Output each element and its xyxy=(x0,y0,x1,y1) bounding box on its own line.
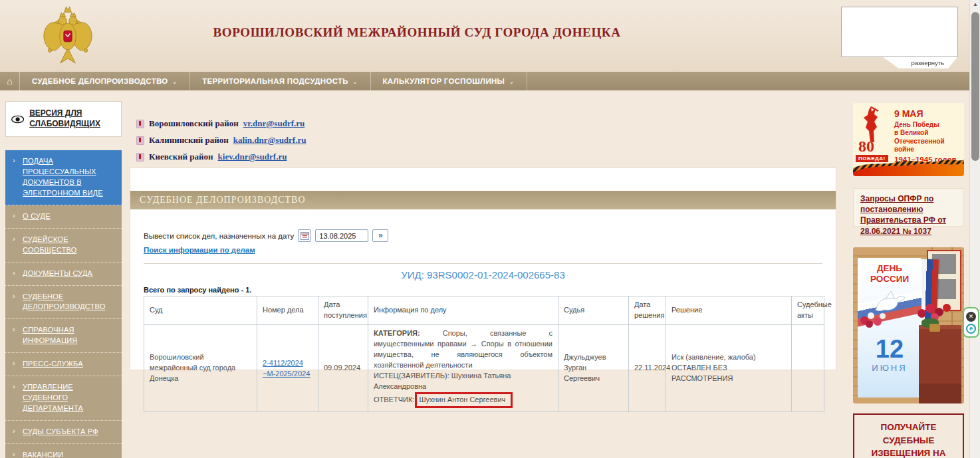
scroll-up-icon[interactable]: ▲ xyxy=(970,1,980,7)
table-row: Ворошиловский межрайонный суд города Дон… xyxy=(144,324,824,412)
case-proceedings-panel: СУДЕБНОЕ ДЕЛОПРОИЗВОДСТВО Вывести список… xyxy=(130,168,836,370)
nav-item-territorial-jurisdiction[interactable]: ТЕРРИТОРИАЛЬНАЯ ПОДСУДНОСТЬ ⌄ xyxy=(190,72,370,90)
cases-table: Суд Номер дела Дата поступления Информац… xyxy=(144,296,824,412)
case-number-cell: 2-4112/2024 ~М-2025/2024 xyxy=(257,324,318,412)
badge-80: 80 xyxy=(858,138,874,156)
col-acts: Судебные акты xyxy=(792,296,824,325)
sidebar-item-case-proceedings[interactable]: › СУДЕБНОЕ ДЕЛОПРОИЗВОДСТВО xyxy=(5,286,122,320)
sidebar-item-subject-courts[interactable]: › СУДЫ СУБЪЕКТА РФ xyxy=(5,421,122,444)
contact-row: Киевский район kiev.dnr@sudrf.ru xyxy=(136,152,306,162)
podium xyxy=(919,325,961,403)
decision-date-cell: 22.11.2024 xyxy=(629,324,666,412)
extension-widget: ✕ е xyxy=(963,307,979,338)
chevron-down-icon: ⌄ xyxy=(509,78,515,85)
district-contacts: Ворошиловский район vr.dnr@sudrf.ru Кали… xyxy=(136,118,306,168)
date-input[interactable] xyxy=(315,229,368,242)
sidebar-arrow-icon: › xyxy=(13,269,15,277)
info-box xyxy=(841,7,958,57)
email-link[interactable]: kalin.dnr@sudrf.ru xyxy=(233,135,306,146)
close-icon[interactable]: ✕ xyxy=(966,312,976,322)
date-received-cell: 09.09.2024 xyxy=(318,324,368,412)
case-number-link[interactable]: 2-4112/2024 ~М-2025/2024 xyxy=(263,358,312,380)
email-link[interactable]: vr.dnr@sudrf.ru xyxy=(243,118,305,129)
calendar-button[interactable] xyxy=(298,229,311,242)
eye-icon xyxy=(11,114,24,125)
sidebar-arrow-icon: › xyxy=(13,450,15,458)
sidebar-item-judicial-department[interactable]: › УПРАВЛЕНИЕ СУДЕБНОГО ДЕПАРТАМЕНТА xyxy=(5,376,122,421)
district-label: Киевский район xyxy=(149,152,213,162)
case-info-cell: КАТЕГОРИЯ: Споры, связанные с имуществен… xyxy=(368,324,558,412)
mail-icon xyxy=(136,136,144,145)
col-court: Суд xyxy=(144,296,257,325)
nav-item-case-proceedings[interactable]: СУДЕБНОЕ ДЕЛОПРОИЗВОДСТВО ⌄ xyxy=(20,72,190,90)
flowers-decoration xyxy=(859,310,890,332)
sidebar-item-reference-info[interactable]: › СПРАВОЧНАЯ ИНФОРМАЦИЯ xyxy=(5,319,122,353)
bouquet-decoration xyxy=(914,300,960,332)
judge-cell: Джульджуев Зурган Сергеевич xyxy=(558,324,629,412)
col-case-info: Информация по делу xyxy=(368,296,558,325)
sidebar-arrow-icon: › xyxy=(13,325,15,333)
acts-cell xyxy=(792,324,824,412)
decision-cell: Иск (заявление, жалоба) ОСТАВЛЕН БЕЗ РАС… xyxy=(666,324,792,412)
opfr-requests-link[interactable]: Запросы ОПФР по постановлению Правительс… xyxy=(853,188,964,227)
russia-day-photo: ДЕНЬРОССИИ 12 ИЮНЯ xyxy=(853,247,964,403)
sidebar-arrow-icon: › xyxy=(13,382,15,390)
page: ВОРОШИЛОВСКИЙ МЕЖРАЙОННЫЙ СУД ГОРОДА ДОН… xyxy=(0,0,980,458)
page-scrollbar[interactable]: ▲ xyxy=(969,0,980,458)
contact-row: Ворошиловский район vr.dnr@sudrf.ru xyxy=(136,118,306,129)
main-nav: ⌂ СУДЕБНОЕ ДЕЛОПРОИЗВОДСТВО ⌄ ТЕРРИТОРИА… xyxy=(0,72,980,90)
sidebar-arrow-icon: › xyxy=(13,235,15,243)
chevron-down-icon: ⌄ xyxy=(352,78,358,85)
nav-item-fee-calculator[interactable]: КАЛЬКУЛЯТОР ГОСПОШЛИНЫ ⌄ xyxy=(371,72,527,90)
uid-value: УИД: 93RS0002-01-2024-002665-83 xyxy=(144,269,822,281)
russia-day-banner: ДЕНЬРОССИИ 12 ИЮНЯ xyxy=(858,258,921,398)
col-decision: Решение xyxy=(666,296,792,325)
extension-icon[interactable]: е xyxy=(966,324,976,334)
st-george-ribbon-icon xyxy=(853,156,964,176)
court-cell: Ворошиловский межрайонный суд города Дон… xyxy=(144,324,257,412)
district-label: Ворошиловский район xyxy=(149,118,239,129)
accessibility-version-button[interactable]: ВЕРСИЯ ДЛЯ СЛАБОВИДЯЩИХ xyxy=(5,101,122,137)
table-header-row: Суд Номер дела Дата поступления Информац… xyxy=(144,296,824,325)
expand-button[interactable]: развернуть xyxy=(883,57,957,68)
date-filter-label: Вывести список дел, назначенных на дату xyxy=(144,232,294,240)
header: ВОРОШИЛОВСКИЙ МЕЖРАЙОННЫЙ СУД ГОРОДА ДОН… xyxy=(0,0,980,72)
email-link[interactable]: kiev.dnr@sudrf.ru xyxy=(218,152,287,162)
highlighted-defendant-name: Шухнин Антон Сергеевич xyxy=(415,392,513,409)
divider xyxy=(144,263,822,264)
sidebar-item-vacancies[interactable]: › ВАКАНСИИ xyxy=(5,444,122,458)
go-button[interactable]: » xyxy=(372,229,388,242)
sidebar-item-judicial-community[interactable]: › СУДЕЙСКОЕ СООБЩЕСТВО xyxy=(5,229,122,263)
sidebar-item-press-service[interactable]: › ПРЕСС-СЛУЖБА xyxy=(5,353,122,376)
victory-day-banner[interactable]: 80 ПОБЕДА! 9 МАЯ День Победы в Великой О… xyxy=(853,103,964,176)
contact-row: Калининский район kalin.dnr@sudrf.ru xyxy=(136,135,306,146)
sidebar-item-about-court[interactable]: › О СУДЕ xyxy=(5,205,122,229)
sidebar-item-e-filing[interactable]: › ПОДАЧА ПРОЦЕССУАЛЬНЫХ ДОКУМЕНТОВ В ЭЛЕ… xyxy=(5,150,122,205)
sidebar-arrow-icon: › xyxy=(13,211,15,219)
col-judge: Судья xyxy=(558,296,629,325)
sidebar-menu: › ПОДАЧА ПРОЦЕССУАЛЬНЫХ ДОКУМЕНТОВ В ЭЛЕ… xyxy=(5,150,122,458)
day-number: 12 xyxy=(858,336,921,362)
sidebar-arrow-icon: › xyxy=(13,359,15,367)
district-label: Калининский район xyxy=(149,135,229,146)
case-search-link[interactable]: Поиск информации по делам xyxy=(144,246,255,254)
mail-icon xyxy=(136,153,144,162)
sidebar-arrow-icon: › xyxy=(13,292,15,300)
gosuslugi-notice[interactable]: ПОЛУЧАЙТЕ СУДЕБНЫЕ ИЗВЕЩЕНИЯ НА ПОРТАЛЕ … xyxy=(853,413,964,458)
col-case-number: Номер дела xyxy=(257,296,318,325)
page-title: ВОРОШИЛОВСКИЙ МЕЖРАЙОННЫЙ СУД ГОРОДА ДОН… xyxy=(0,25,834,40)
results-count: Всего по запросу найдено - 1. xyxy=(144,286,822,294)
calendar-icon xyxy=(301,231,309,240)
sidebar-arrow-icon: › xyxy=(13,156,15,164)
home-icon[interactable]: ⌂ xyxy=(0,72,20,90)
col-decision-date: Дата решения xyxy=(629,296,666,325)
sidebar-item-court-documents[interactable]: › ДОКУМЕНТЫ СУДА xyxy=(5,263,122,286)
scrollbar-thumb[interactable] xyxy=(971,12,979,161)
sidebar-arrow-icon: › xyxy=(13,427,15,435)
section-title: СУДЕБНОЕ ДЕЛОПРОИЗВОДСТВО xyxy=(130,191,836,209)
month-label: ИЮНЯ xyxy=(858,363,921,373)
chevron-down-icon: ⌄ xyxy=(172,78,178,85)
mail-icon xyxy=(136,120,144,128)
col-date-received: Дата поступления xyxy=(318,296,368,325)
